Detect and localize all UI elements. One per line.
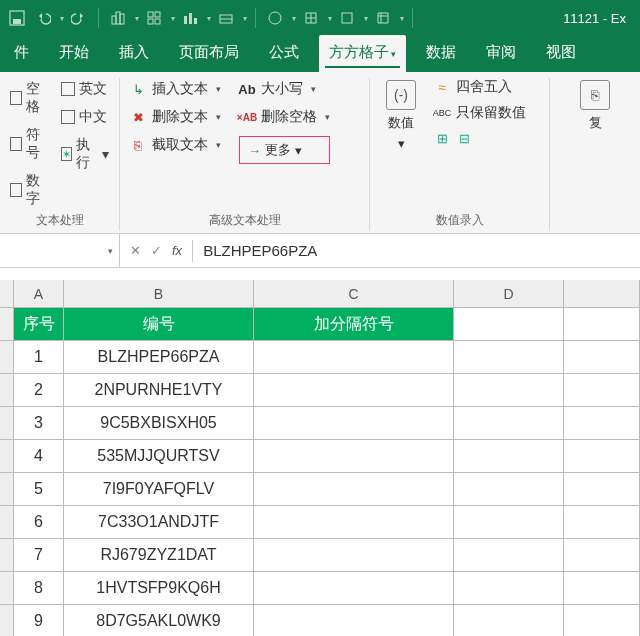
cell[interactable] — [454, 341, 564, 374]
cell[interactable] — [454, 440, 564, 473]
col-header-C[interactable]: C — [254, 280, 454, 307]
cell-seq[interactable]: 3 — [14, 407, 64, 440]
row-header[interactable] — [0, 506, 14, 539]
cell[interactable] — [564, 539, 640, 572]
cell[interactable] — [254, 506, 454, 539]
cell[interactable] — [454, 506, 564, 539]
col-header-B[interactable]: B — [64, 280, 254, 307]
cell[interactable] — [564, 407, 640, 440]
cell-code[interactable]: RJ679ZYZ1DAT — [64, 539, 254, 572]
cell[interactable] — [254, 473, 454, 506]
row-header[interactable] — [0, 440, 14, 473]
row-header[interactable] — [0, 308, 14, 341]
grid[interactable]: 序号 编号 加分隔符号 1BLZHPEP66PZA22NPURNHE1VTY39… — [0, 308, 640, 636]
tab-insert[interactable]: 插入 — [109, 35, 159, 72]
cell-code[interactable]: 7I9F0YAFQFLV — [64, 473, 254, 506]
col-header-A[interactable]: A — [14, 280, 64, 307]
row-header[interactable] — [0, 473, 14, 506]
tab-file[interactable]: 件 — [4, 35, 39, 72]
btn-more[interactable]: →更多▾ — [239, 136, 330, 164]
qat-icon-7[interactable] — [336, 7, 358, 29]
cell-code[interactable]: 535MJJQURTSV — [64, 440, 254, 473]
cell-seq[interactable]: 2 — [14, 374, 64, 407]
btn-extract-text[interactable]: ⎘截取文本▾ — [130, 136, 221, 154]
chk-space[interactable]: 空格 — [10, 80, 49, 116]
cell[interactable] — [564, 572, 640, 605]
chk-execute[interactable]: ✶执行▾ — [61, 136, 109, 172]
save-icon[interactable] — [6, 7, 28, 29]
qat-icon-5[interactable] — [264, 7, 286, 29]
formula-input[interactable]: BLZHPEP66PZA — [193, 242, 640, 259]
cell[interactable] — [254, 341, 454, 374]
cell-seq[interactable]: 1 — [14, 341, 64, 374]
cell-code[interactable]: 1HVTSFP9KQ6H — [64, 572, 254, 605]
row-header[interactable] — [0, 605, 14, 636]
qat-icon-4[interactable] — [215, 7, 237, 29]
cell[interactable] — [564, 506, 640, 539]
cell-header-C[interactable]: 加分隔符号 — [254, 308, 454, 341]
btn-extra-num[interactable]: ⊞⊟ — [434, 130, 526, 146]
cell-header-A[interactable]: 序号 — [14, 308, 64, 341]
cell-code[interactable]: 7C33O1ANDJTF — [64, 506, 254, 539]
row-header[interactable] — [0, 572, 14, 605]
cell-seq[interactable]: 6 — [14, 506, 64, 539]
row-header[interactable] — [0, 341, 14, 374]
tab-layout[interactable]: 页面布局 — [169, 35, 249, 72]
cell-seq[interactable]: 4 — [14, 440, 64, 473]
cell[interactable] — [564, 605, 640, 636]
cell-header-B[interactable]: 编号 — [64, 308, 254, 341]
cell-code[interactable]: 2NPURNHE1VTY — [64, 374, 254, 407]
qat-icon-2[interactable] — [143, 7, 165, 29]
cell-seq[interactable]: 9 — [14, 605, 64, 636]
tab-view[interactable]: 视图 — [536, 35, 586, 72]
cell[interactable] — [564, 440, 640, 473]
cell[interactable] — [454, 374, 564, 407]
tab-formula[interactable]: 公式 — [259, 35, 309, 72]
btn-insert-text[interactable]: ↳插入文本▾ — [130, 80, 221, 98]
cell[interactable] — [564, 473, 640, 506]
cancel-icon[interactable]: ✕ — [130, 243, 141, 258]
tab-home[interactable]: 开始 — [49, 35, 99, 72]
tab-ffgz[interactable]: 方方格子▾ — [319, 35, 406, 72]
cell[interactable] — [564, 374, 640, 407]
cell-code[interactable]: BLZHPEP66PZA — [64, 341, 254, 374]
chk-english[interactable]: 英文 — [61, 80, 109, 98]
cell[interactable] — [254, 572, 454, 605]
enter-icon[interactable]: ✓ — [151, 243, 162, 258]
cell[interactable] — [254, 440, 454, 473]
fx-icon[interactable]: fx — [172, 243, 182, 258]
btn-case[interactable]: Ab大小写▾ — [239, 80, 330, 98]
cell[interactable] — [254, 374, 454, 407]
tab-data[interactable]: 数据 — [416, 35, 466, 72]
cell[interactable] — [454, 572, 564, 605]
qat-icon-8[interactable] — [372, 7, 394, 29]
cell[interactable] — [454, 308, 564, 341]
chk-number[interactable]: 数字 — [10, 172, 49, 208]
btn-numeric[interactable]: (-) 数值 ▾ — [380, 78, 422, 208]
cell-code[interactable]: 9C5BXBISXH05 — [64, 407, 254, 440]
cell[interactable] — [564, 341, 640, 374]
qat-icon-1[interactable] — [107, 7, 129, 29]
qat-icon-3[interactable] — [179, 7, 201, 29]
cell-seq[interactable]: 8 — [14, 572, 64, 605]
qat-icon-6[interactable] — [300, 7, 322, 29]
redo-icon[interactable] — [68, 7, 90, 29]
col-header-rest[interactable] — [564, 280, 640, 307]
row-header[interactable] — [0, 374, 14, 407]
undo-icon[interactable] — [32, 7, 54, 29]
select-all-corner[interactable] — [0, 280, 14, 307]
cell-seq[interactable]: 5 — [14, 473, 64, 506]
tab-review[interactable]: 审阅 — [476, 35, 526, 72]
cell[interactable] — [454, 539, 564, 572]
btn-copy[interactable]: ⎘ 复 — [560, 78, 630, 134]
btn-round[interactable]: ≈四舍五入 — [434, 78, 526, 96]
btn-keepnum[interactable]: ABC只保留数值 — [434, 104, 526, 122]
chk-chinese[interactable]: 中文 — [61, 108, 109, 126]
btn-delspace[interactable]: ×AB删除空格▾ — [239, 108, 330, 126]
row-header[interactable] — [0, 539, 14, 572]
cell[interactable] — [454, 473, 564, 506]
cell[interactable] — [564, 308, 640, 341]
cell[interactable] — [254, 605, 454, 636]
name-box[interactable]: ▾ — [0, 234, 120, 267]
cell[interactable] — [454, 407, 564, 440]
